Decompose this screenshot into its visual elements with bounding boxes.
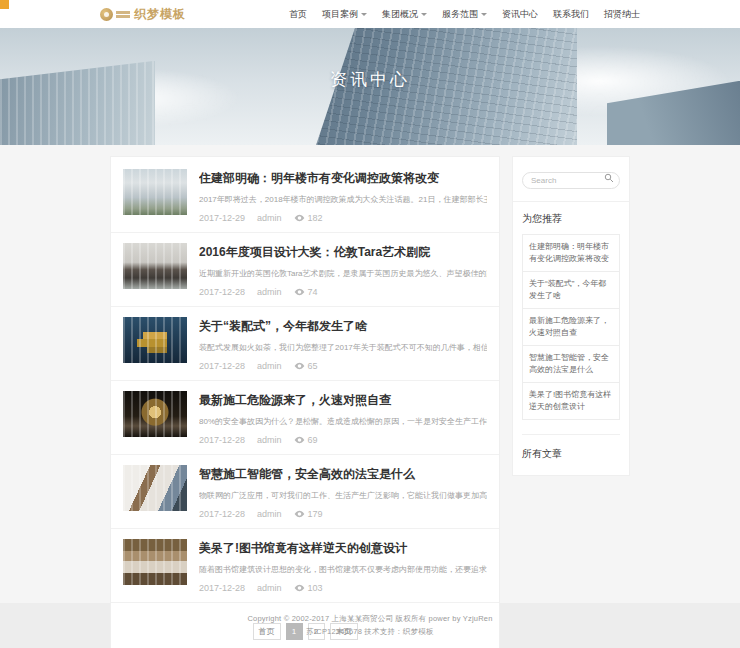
article-author: admin: [257, 583, 282, 593]
article-thumbnail[interactable]: [123, 539, 187, 585]
article-author: admin: [257, 435, 282, 445]
article-meta: 2017-12-28 admin 65: [199, 361, 487, 371]
article-date: 2017-12-28: [199, 583, 245, 593]
article-date: 2017-12-28: [199, 361, 245, 371]
page: 织梦模板 首页 项目案例 集团概况 服务范围 资讯中心 联系我们 招贤纳士 资讯…: [0, 0, 740, 648]
article-thumbnail[interactable]: [123, 317, 187, 363]
recommend-heading: 为您推荐: [522, 212, 620, 226]
corner-accent: [0, 0, 9, 9]
recommend-item[interactable]: 住建部明确：明年楼市有变化调控政策将改变: [522, 234, 620, 271]
logo-micro-mark: [116, 11, 130, 18]
eye-icon: [294, 510, 305, 518]
article-excerpt: 2017年即将过去，2018年楼市的调控政策成为大众关注话题。21日，住建部部长…: [199, 194, 487, 205]
article-views: 65: [294, 361, 318, 371]
main-section: 住建部明确：明年楼市有变化调控政策将改变 2017年即将过去，2018年楼市的调…: [0, 145, 740, 603]
article-title[interactable]: 2016年度项目设计大奖：伦敦Tara艺术剧院: [199, 244, 487, 261]
article-meta: 2017-12-29 admin 182: [199, 213, 487, 223]
article-thumbnail[interactable]: [123, 169, 187, 215]
recommend-item[interactable]: 美呆了!图书馆竟有这样逆天的创意设计: [522, 382, 620, 420]
article-views: 74: [294, 287, 318, 297]
eye-icon: [294, 288, 305, 296]
copyright-text: Copyright © 2002-2017 上海某某商贸公司 版权所有 powe…: [247, 614, 492, 624]
article-title[interactable]: 关于“装配式”，今年都发生了啥: [199, 318, 487, 335]
article-views: 103: [294, 583, 323, 593]
article-views: 179: [294, 509, 323, 519]
recommend-item[interactable]: 关于“装配式”，今年都发生了啥: [522, 271, 620, 308]
eye-icon: [294, 214, 305, 222]
nav-item-services[interactable]: 服务范围: [442, 8, 487, 21]
article-excerpt: 装配式发展如火如荼，我们为您整理了2017年关于装配式不可不知的几件事，相信对于…: [199, 342, 487, 353]
pagination-first[interactable]: 首页: [253, 623, 281, 640]
article-meta: 2017-12-28 admin 69: [199, 435, 487, 445]
article-title[interactable]: 美呆了!图书馆竟有这样逆天的创意设计: [199, 540, 487, 557]
nav-item-projects[interactable]: 项目案例: [322, 8, 367, 21]
article-list: 住建部明确：明年楼市有变化调控政策将改变 2017年即将过去，2018年楼市的调…: [110, 156, 500, 648]
chevron-down-icon: [361, 13, 367, 16]
page-title: 资讯中心: [0, 68, 740, 91]
article-views: 182: [294, 213, 323, 223]
article-title[interactable]: 智慧施工智能管，安全高效的法宝是什么: [199, 466, 487, 483]
nav-item-home[interactable]: 首页: [289, 8, 307, 21]
pagination-page-1[interactable]: 1: [286, 623, 303, 640]
article-excerpt: 随着图书馆建筑设计思想的变化，图书馆建筑不仅要考虑内部使用功能，还要追求新颖别致…: [199, 564, 487, 575]
article-views: 69: [294, 435, 318, 445]
article-title[interactable]: 最新施工危险源来了，火速对照自查: [199, 392, 487, 409]
chevron-down-icon: [421, 13, 427, 16]
article-excerpt: 物联网的广泛应用，可对我们的工作、生活产生广泛影响，它能让我们做事更加高效便捷，…: [199, 490, 487, 501]
eye-icon: [294, 362, 305, 370]
article-thumbnail[interactable]: [123, 243, 187, 289]
article-row[interactable]: 最新施工危险源来了，火速对照自查 80%的安全事故因为什么？是松懈。造成造成松懈…: [111, 381, 499, 455]
logo[interactable]: 织梦模板: [100, 6, 186, 23]
article-author: admin: [257, 287, 282, 297]
nav-item-contact[interactable]: 联系我们: [553, 8, 589, 21]
icp-text: 苏ICP12345678 技术支持：织梦模板: [306, 627, 433, 637]
pagination: 首页 1 2 末页: [111, 623, 499, 640]
article-author: admin: [257, 509, 282, 519]
sidebar: 为您推荐 住建部明确：明年楼市有变化调控政策将改变 关于“装配式”，今年都发生了…: [512, 156, 630, 476]
nav-list: 首页 项目案例 集团概况 服务范围 资讯中心 联系我们 招贤纳士: [289, 8, 640, 21]
article-row[interactable]: 关于“装配式”，今年都发生了啥 装配式发展如火如荼，我们为您整理了2017年关于…: [111, 307, 499, 381]
logo-coin-icon: [100, 8, 113, 21]
article-row[interactable]: 智慧施工智能管，安全高效的法宝是什么 物联网的广泛应用，可对我们的工作、生活产生…: [111, 455, 499, 529]
logo-text: 织梦模板: [134, 6, 186, 23]
article-date: 2017-12-28: [199, 509, 245, 519]
article-meta: 2017-12-28 admin 74: [199, 287, 487, 297]
all-articles-link[interactable]: 所有文章: [522, 434, 620, 461]
article-excerpt: 80%的安全事故因为什么？是松懈。造成造成松懈的原因，一半是对安全生产工作的不重…: [199, 416, 487, 427]
article-row[interactable]: 2016年度项目设计大奖：伦敦Tara艺术剧院 近期重新开业的英国伦敦Tara艺…: [111, 233, 499, 307]
search-box: [522, 169, 620, 189]
article-row[interactable]: 住建部明确：明年楼市有变化调控政策将改变 2017年即将过去，2018年楼市的调…: [111, 159, 499, 233]
article-date: 2017-12-28: [199, 435, 245, 445]
recommend-item[interactable]: 最新施工危险源来了，火速对照自查: [522, 308, 620, 345]
search-icon[interactable]: [604, 173, 614, 183]
chevron-down-icon: [481, 13, 487, 16]
article-title[interactable]: 住建部明确：明年楼市有变化调控政策将改变: [199, 170, 487, 187]
nav-item-news[interactable]: 资讯中心: [502, 8, 538, 21]
recommend-item[interactable]: 智慧施工智能管，安全高效的法宝是什么: [522, 345, 620, 382]
article-excerpt: 近期重新开业的英国伦敦Tara艺术剧院，是隶属于英国历史最为悠久、声望极佳的跨文…: [199, 268, 487, 279]
article-thumbnail[interactable]: [123, 465, 187, 511]
article-date: 2017-12-29: [199, 213, 245, 223]
article-author: admin: [257, 213, 282, 223]
article-date: 2017-12-28: [199, 287, 245, 297]
navbar: 织梦模板 首页 项目案例 集团概况 服务范围 资讯中心 联系我们 招贤纳士: [0, 0, 740, 28]
article-thumbnail[interactable]: [123, 391, 187, 437]
article-author: admin: [257, 361, 282, 371]
article-meta: 2017-12-28 admin 179: [199, 509, 487, 519]
recommend-list: 住建部明确：明年楼市有变化调控政策将改变 关于“装配式”，今年都发生了啥 最新施…: [522, 234, 620, 420]
nav-item-careers[interactable]: 招贤纳士: [604, 8, 640, 21]
divider: [513, 201, 629, 202]
nav-item-group[interactable]: 集团概况: [382, 8, 427, 21]
article-meta: 2017-12-28 admin 103: [199, 583, 487, 593]
eye-icon: [294, 436, 305, 444]
article-row[interactable]: 美呆了!图书馆竟有这样逆天的创意设计 随着图书馆建筑设计思想的变化，图书馆建筑不…: [111, 529, 499, 603]
eye-icon: [294, 584, 305, 592]
hero-banner: 资讯中心: [0, 28, 740, 145]
